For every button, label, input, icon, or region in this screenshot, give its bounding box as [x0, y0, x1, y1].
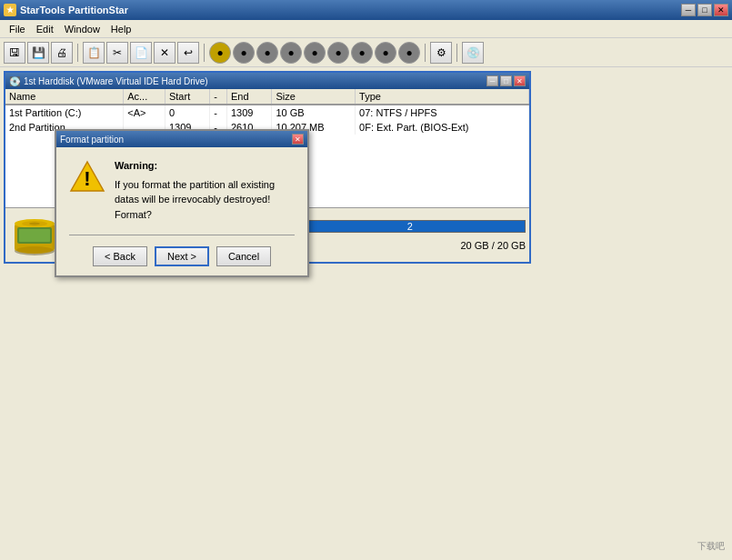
- disk-bar-2[interactable]: 2: [295, 220, 526, 233]
- partition-window-icon: 💽: [9, 76, 20, 86]
- toolbar-btn-print[interactable]: 🖨: [51, 42, 73, 64]
- dialog-body: ! Warning: If you format the partition a…: [56, 147, 307, 229]
- toolbar-sep-3: [425, 44, 426, 62]
- disk-icon: [9, 213, 59, 258]
- cell-type-2: 0F: Ext. Part. (BIOS-Ext): [356, 120, 529, 135]
- toolbar-sep-1: [77, 44, 78, 62]
- app-title-bar: ★ StarTools PartitionStar ─ □ ✕: [0, 0, 732, 20]
- partition-close-btn[interactable]: ✕: [514, 75, 526, 86]
- toolbar-btn-cut[interactable]: ✂: [106, 42, 128, 64]
- dialog-buttons: < Back Next > Cancel: [56, 241, 307, 275]
- col-type: Type: [356, 89, 529, 105]
- dialog-warning-text: If you format the partition all existing…: [115, 177, 275, 223]
- toolbar-sep-2: [204, 44, 205, 62]
- toolbar-btn-c3[interactable]: ●: [256, 42, 278, 64]
- cell-size-1: 10 GB: [272, 105, 356, 120]
- toolbar-btn-c2[interactable]: ●: [233, 42, 255, 64]
- app-title: StarTools PartitionStar: [20, 5, 128, 15]
- app-icon: ★: [4, 4, 16, 16]
- col-start: Start: [165, 89, 209, 105]
- title-bar-left: ★ StarTools PartitionStar: [4, 4, 128, 16]
- col-name: Name: [5, 89, 124, 105]
- toolbar-btn-c6[interactable]: ●: [327, 42, 349, 64]
- cell-active-1: <A>: [124, 105, 165, 120]
- back-button[interactable]: < Back: [93, 246, 147, 266]
- watermark: 下载吧: [697, 540, 725, 553]
- menu-bar: File Edit Window Help: [0, 20, 732, 38]
- table-row[interactable]: 1st Partition (C:) <A> 0 - 1309 10 GB 07…: [5, 105, 529, 120]
- next-button[interactable]: Next >: [155, 246, 209, 266]
- dialog-close-icon[interactable]: ✕: [292, 134, 304, 145]
- partition-title-btns[interactable]: ─ □ ✕: [486, 75, 526, 86]
- col-active: Ac...: [124, 89, 165, 105]
- toolbar-btn-settings[interactable]: ⚙: [430, 42, 452, 64]
- col-dash: -: [210, 89, 227, 105]
- partition-minimize-btn[interactable]: ─: [486, 75, 498, 86]
- cell-dash-1: -: [210, 105, 227, 120]
- partition-window-title: 1st Harddisk (VMware Virtual IDE Hard Dr…: [24, 76, 208, 86]
- partition-maximize-btn[interactable]: □: [500, 75, 512, 86]
- warning-icon: !: [69, 158, 105, 195]
- col-end: End: [227, 89, 272, 105]
- toolbar-btn-paste[interactable]: 📄: [130, 42, 152, 64]
- cell-start-1: 0: [165, 105, 209, 120]
- toolbar-btn-copy[interactable]: 📋: [83, 42, 105, 64]
- toolbar-btn-c8[interactable]: ●: [375, 42, 396, 64]
- toolbar-btn-disk[interactable]: 💿: [462, 42, 484, 64]
- dialog-title-bar: Format partition ✕: [56, 131, 307, 147]
- toolbar-btn-save[interactable]: 💾: [27, 42, 49, 64]
- col-size: Size: [272, 89, 356, 105]
- menu-edit[interactable]: Edit: [31, 22, 59, 36]
- cell-type-1: 07: NTFS / HPFS: [356, 105, 529, 120]
- dialog-text: Warning: If you format the partition all…: [115, 158, 275, 222]
- menu-file[interactable]: File: [4, 22, 31, 36]
- toolbar-btn-undo[interactable]: ↩: [177, 42, 199, 64]
- dialog-separator: [69, 235, 295, 235]
- svg-point-4: [29, 222, 40, 225]
- toolbar-btn-c4[interactable]: ●: [280, 42, 302, 64]
- dialog-warning-title: Warning:: [115, 158, 275, 174]
- menu-window[interactable]: Window: [59, 22, 105, 36]
- close-button[interactable]: ✕: [714, 4, 728, 16]
- toolbar-btn-c7[interactable]: ●: [351, 42, 373, 64]
- svg-point-7: [16, 246, 53, 254]
- table-header-row: Name Ac... Start - End Size Type: [5, 89, 529, 105]
- main-area: 💽 1st Harddisk (VMware Virtual IDE Hard …: [0, 67, 732, 267]
- format-dialog: Format partition ✕ ! Warning: If you for…: [55, 129, 309, 277]
- cell-name-1: 1st Partition (C:): [5, 105, 124, 120]
- toolbar-sep-4: [456, 44, 457, 62]
- menu-help[interactable]: Help: [105, 22, 137, 36]
- cancel-button[interactable]: Cancel: [216, 246, 271, 266]
- toolbar: 🖫 💾 🖨 📋 ✂ 📄 ✕ ↩ ● ● ● ● ● ● ● ● ● ⚙ 💿: [0, 38, 732, 67]
- dialog-title: Format partition: [60, 135, 124, 145]
- toolbar-btn-c1[interactable]: ●: [209, 42, 231, 64]
- partition-title-bar: 💽 1st Harddisk (VMware Virtual IDE Hard …: [5, 73, 529, 89]
- svg-rect-6: [19, 229, 50, 242]
- toolbar-btn-delete[interactable]: ✕: [154, 42, 175, 64]
- toolbar-btn-new[interactable]: 🖫: [4, 42, 25, 64]
- maximize-button[interactable]: □: [697, 4, 712, 16]
- toolbar-btn-c9[interactable]: ●: [398, 42, 420, 64]
- title-bar-buttons[interactable]: ─ □ ✕: [681, 4, 728, 16]
- cell-end-1: 1309: [227, 105, 272, 120]
- minimize-button[interactable]: ─: [681, 4, 696, 16]
- svg-text:!: !: [84, 167, 90, 190]
- toolbar-btn-c5[interactable]: ●: [304, 42, 326, 64]
